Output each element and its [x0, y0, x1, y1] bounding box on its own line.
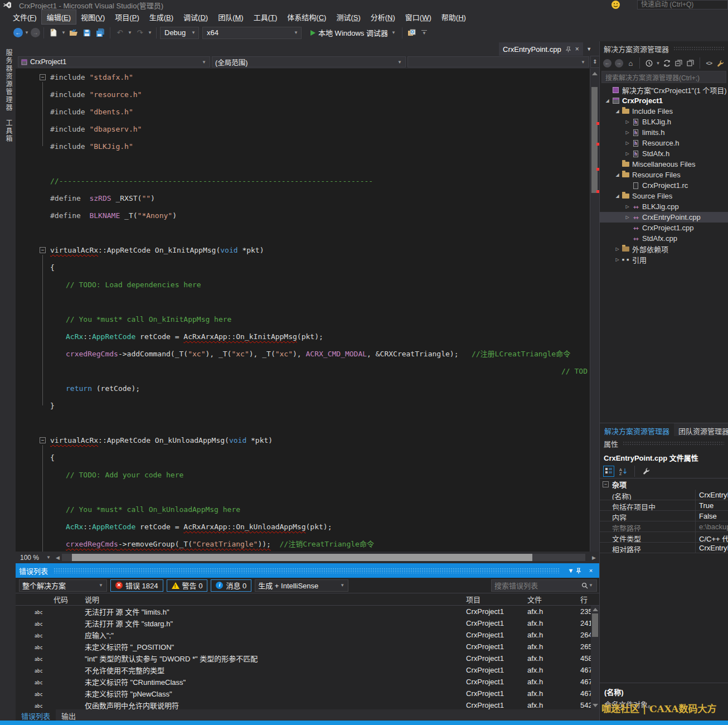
panel-tab[interactable]: 团队资源管理器: [674, 423, 728, 436]
properties-title-bar[interactable]: 属性: [600, 436, 728, 451]
forward-button[interactable]: →: [614, 57, 624, 69]
menu-item[interactable]: 窗口(W): [400, 10, 436, 24]
tree-item[interactable]: ▷■ ■引用: [600, 254, 728, 265]
menu-item[interactable]: 体系结构(C): [282, 10, 331, 24]
toolbox-tab[interactable]: 工具箱: [4, 119, 13, 143]
member-scope-dropdown[interactable]: ▼: [407, 56, 589, 67]
save-button[interactable]: [81, 27, 93, 39]
fold-collapse-icon[interactable]: −: [40, 74, 46, 80]
navigate-backward-button[interactable]: ←: [13, 28, 23, 37]
property-row[interactable]: 文件类型C/C++ 代: [600, 532, 728, 543]
tree-item[interactable]: ◢CrxProject1: [600, 95, 728, 106]
tree-item[interactable]: ▷hStdAfx.h: [600, 148, 728, 159]
column-header[interactable]: 说明: [80, 594, 462, 605]
editor-horizontal-scrollbar[interactable]: [62, 554, 585, 561]
tree-expander-icon[interactable]: ◢: [613, 194, 622, 199]
menu-item[interactable]: 视图(V): [76, 10, 110, 24]
properties-group-row[interactable]: − 杂项: [600, 478, 728, 490]
tree-item[interactable]: ▷外部依赖项: [600, 244, 728, 254]
zoom-level-select[interactable]: 100 % ▼: [18, 552, 54, 563]
tree-expander-icon[interactable]: ▷: [623, 141, 632, 146]
properties-wrench-icon[interactable]: [716, 57, 726, 69]
tree-expander-icon[interactable]: ◢: [613, 109, 622, 114]
property-value[interactable]: True: [696, 500, 728, 510]
solution-platform-select[interactable]: x64 ▼: [202, 27, 302, 39]
tree-item[interactable]: ◢Source Files: [600, 191, 728, 201]
property-row[interactable]: 包括在项目中True: [600, 500, 728, 511]
warnings-filter-button[interactable]: 警告 0: [167, 579, 208, 592]
error-row[interactable]: abc应输入";"CrxProject1afx.h264: [16, 629, 599, 641]
tree-expander-icon[interactable]: ▷: [623, 151, 632, 156]
navigate-backward-dropdown[interactable]: ▼: [24, 30, 30, 35]
tree-expander-icon[interactable]: ▷: [613, 257, 622, 262]
error-row[interactable]: abc不允许使用不完整的类型CrxProject1afx.h467: [16, 664, 599, 676]
categorized-view-icon[interactable]: [603, 466, 614, 477]
menu-item[interactable]: 分析(N): [366, 10, 400, 24]
scroll-right-arrow[interactable]: ▶: [592, 555, 596, 560]
tree-item[interactable]: ◢Resource Files: [600, 170, 728, 180]
alphabetical-sort-icon[interactable]: AZ: [618, 466, 629, 477]
scroll-up-arrow[interactable]: [592, 72, 598, 75]
tree-item[interactable]: ◢Include Files: [600, 106, 728, 117]
tree-expander-icon[interactable]: ▷: [623, 215, 632, 220]
bottom-tab[interactable]: 输出: [56, 709, 81, 721]
column-header[interactable]: 项目: [462, 594, 523, 605]
error-list-title-bar[interactable]: 错误列表 ▼ ×: [16, 563, 599, 578]
property-value[interactable]: C/C++ 代: [696, 532, 728, 542]
server-explorer-tab[interactable]: 服务器资源管理器: [4, 49, 13, 112]
error-row[interactable]: abc无法打开 源 文件 "limits.h"CrxProject1afx.h2…: [16, 606, 599, 617]
navigate-forward-button[interactable]: →: [31, 28, 40, 37]
property-row[interactable]: 相对路径CrxEntryP: [600, 543, 728, 553]
tree-item[interactable]: ++StdAfx.cpp: [600, 233, 728, 244]
tree-expander-icon[interactable]: ▷: [623, 119, 632, 124]
project-scope-dropdown[interactable]: CrxProject1 ▼: [18, 56, 210, 67]
bottom-tab[interactable]: 错误列表: [16, 709, 56, 721]
tree-item[interactable]: ▷hResource.h: [600, 138, 728, 148]
solution-configuration-select[interactable]: Debug ▼: [160, 27, 199, 39]
pending-changes-filter-icon[interactable]: [644, 57, 654, 69]
tree-expander-icon[interactable]: ▷: [623, 204, 632, 209]
property-row[interactable]: (名称)CrxEntryP: [600, 490, 728, 500]
menu-item[interactable]: 测试(S): [331, 10, 365, 24]
tree-item[interactable]: ++CrxProject1.cpp: [600, 223, 728, 233]
menu-item[interactable]: 帮助(H): [436, 10, 471, 24]
fold-collapse-icon[interactable]: −: [40, 437, 46, 443]
tree-item[interactable]: ▷++CrxEntryPoint.cpp: [600, 212, 728, 223]
panel-tab[interactable]: 解决方案资源管理器: [600, 423, 674, 436]
new-file-dropdown[interactable]: ▼: [61, 30, 66, 35]
property-value[interactable]: False: [696, 511, 728, 521]
tree-expander-icon[interactable]: ▷: [613, 246, 622, 252]
error-row[interactable]: abc无法打开 源 文件 "stdarg.h"CrxProject1afx.h2…: [16, 617, 599, 629]
type-scope-dropdown[interactable]: (全局范围) ▼: [212, 56, 406, 67]
scroll-left-arrow[interactable]: ◀: [56, 555, 60, 560]
sync-with-active-document-icon[interactable]: [662, 57, 672, 69]
error-row[interactable]: abc"int" 类型的默认实参与 "DWORD *" 类型的形参不匹配CrxP…: [16, 652, 599, 664]
menu-item[interactable]: 调试(D): [178, 10, 213, 24]
property-row[interactable]: 完整路径e:\backup: [600, 521, 728, 532]
menu-item[interactable]: 文件(F): [8, 10, 42, 24]
code-editor[interactable]: −#include "stdafx.h"#include "resource.h…: [16, 69, 590, 552]
property-row[interactable]: 内容False: [600, 511, 728, 521]
property-pages-wrench-icon[interactable]: [640, 466, 652, 477]
undo-dropdown[interactable]: ▼: [127, 30, 133, 35]
tree-item[interactable]: ▷hBLKJig.h: [600, 117, 728, 127]
menu-item[interactable]: 工具(T): [249, 10, 283, 24]
errors-filter-button[interactable]: ✕ 错误 1824: [110, 579, 163, 592]
document-tab[interactable]: CrxEntryPoint.cpp ×: [499, 42, 583, 56]
save-all-button[interactable]: [94, 27, 106, 39]
undo-button[interactable]: ↶: [114, 27, 126, 39]
redo-button[interactable]: ↷: [134, 27, 146, 39]
solution-explorer-title-bar[interactable]: 解决方案资源管理器: [600, 41, 728, 56]
property-value[interactable]: CrxEntryP: [696, 543, 728, 553]
filter-dropdown[interactable]: ▼: [656, 61, 660, 66]
menu-item[interactable]: 项目(P): [110, 10, 144, 24]
home-icon[interactable]: ⌂: [625, 57, 635, 69]
property-value[interactable]: e:\backup: [696, 521, 728, 531]
tree-item[interactable]: ▷hlimits.h: [600, 127, 728, 138]
collapse-all-icon[interactable]: [674, 57, 684, 69]
scroll-down-arrow[interactable]: [593, 704, 598, 707]
pin-icon[interactable]: [565, 46, 571, 52]
menu-item[interactable]: 团队(M): [213, 10, 249, 24]
solution-explorer-search-input[interactable]: 搜索解决方案资源管理器(Ctrl+;): [601, 71, 726, 83]
new-file-button[interactable]: [47, 27, 60, 39]
